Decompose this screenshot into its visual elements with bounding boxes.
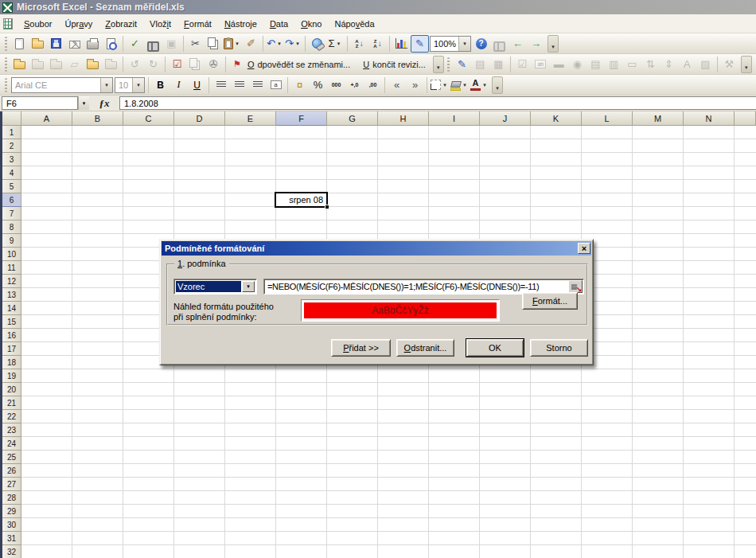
cell-J31[interactable] [480, 532, 531, 545]
cell-L29[interactable] [582, 505, 633, 518]
cell-B20[interactable] [72, 383, 123, 396]
cell-A22[interactable] [21, 410, 72, 423]
cell-B29[interactable] [72, 505, 123, 518]
cell-E25[interactable] [225, 451, 276, 464]
cell-N30[interactable] [684, 518, 735, 532]
cell-G21[interactable] [327, 396, 378, 410]
italic-button[interactable]: I [170, 76, 188, 94]
row-header-25[interactable]: 25 [2, 451, 21, 464]
cell-A14[interactable] [21, 302, 72, 315]
cell-partial-22[interactable] [735, 410, 756, 423]
column-header-A[interactable]: A [21, 111, 72, 126]
cell-K2[interactable] [531, 139, 582, 153]
cell-F2[interactable] [276, 139, 327, 153]
cell-L25[interactable] [582, 451, 633, 464]
cell-H31[interactable] [378, 532, 429, 545]
cell-M3[interactable] [633, 153, 684, 166]
column-header-L[interactable]: L [582, 111, 633, 126]
cell-I32[interactable] [429, 545, 480, 558]
cell-B7[interactable] [72, 207, 123, 220]
cell-F4[interactable] [276, 166, 327, 180]
cell-partial-23[interactable] [735, 423, 756, 437]
cell-F29[interactable] [276, 505, 327, 518]
cell-C30[interactable] [123, 518, 174, 532]
cell-C25[interactable] [123, 451, 174, 464]
cell-B22[interactable] [72, 410, 123, 423]
cell-I3[interactable] [429, 153, 480, 166]
cell-partial-8[interactable] [735, 220, 756, 234]
cell-G31[interactable] [327, 532, 378, 545]
command-button-control-button[interactable]: ▬ [550, 56, 568, 73]
sort-ascending-button[interactable]: AZ↓ [350, 35, 368, 53]
cell-D21[interactable] [174, 396, 225, 410]
cell-E8[interactable] [225, 220, 276, 234]
condition-type-dropdown-arrow[interactable]: ▾ [242, 281, 255, 292]
cell-partial-10[interactable] [735, 248, 756, 261]
cell-C27[interactable] [123, 478, 174, 491]
cell-H21[interactable] [378, 396, 429, 410]
cell-J7[interactable] [480, 207, 531, 220]
cell-E4[interactable] [225, 166, 276, 180]
menu-upravy[interactable]: Úpravy [58, 16, 99, 32]
edit-comment-button[interactable]: ▱ [65, 56, 84, 73]
cell-H2[interactable] [378, 139, 429, 153]
cell-N32[interactable] [684, 545, 735, 558]
cell-N25[interactable] [684, 451, 735, 464]
previous-change-button[interactable]: ↺ [126, 56, 144, 73]
cell-D25[interactable] [174, 451, 225, 464]
menu-data[interactable]: Data [263, 16, 294, 32]
cell-L27[interactable] [582, 478, 633, 491]
cell-E1[interactable] [225, 126, 276, 139]
cell-K28[interactable] [531, 491, 582, 505]
cell-F25[interactable] [276, 451, 327, 464]
new-review-button[interactable] [10, 56, 29, 73]
cell-M9[interactable] [633, 234, 684, 248]
cell-N6[interactable] [684, 193, 735, 207]
label-control-button[interactable]: A [678, 56, 696, 73]
cell-J1[interactable] [480, 126, 531, 139]
cell-K20[interactable] [531, 383, 582, 396]
cell-N2[interactable] [684, 139, 735, 153]
cell-L5[interactable] [582, 180, 633, 193]
cell-C4[interactable] [123, 166, 174, 180]
cell-partial-26[interactable] [735, 464, 756, 478]
cell-C21[interactable] [123, 396, 174, 410]
cell-B15[interactable] [72, 315, 123, 329]
redo-dropdown-arrow[interactable]: ▾ [294, 41, 302, 47]
cell-H24[interactable] [378, 437, 429, 451]
cell-M15[interactable] [633, 315, 684, 329]
cell-partial-21[interactable] [735, 396, 756, 410]
row-header-1[interactable]: 1 [2, 126, 21, 139]
next-change-button[interactable]: ↻ [144, 56, 162, 73]
row-header-18[interactable]: 18 [2, 356, 21, 369]
cell-M2[interactable] [633, 139, 684, 153]
cell-L26[interactable] [582, 464, 633, 478]
cell-C5[interactable] [123, 180, 174, 193]
cell-partial-29[interactable] [735, 505, 756, 518]
cell-M18[interactable] [633, 356, 684, 369]
cell-N22[interactable] [684, 410, 735, 423]
cell-N11[interactable] [684, 261, 735, 275]
cell-B2[interactable] [72, 139, 123, 153]
cell-A12[interactable] [21, 275, 72, 288]
cell-K4[interactable] [531, 166, 582, 180]
cell-F7[interactable] [276, 207, 327, 220]
cell-D2[interactable] [174, 139, 225, 153]
cell-G3[interactable] [327, 153, 378, 166]
cell-H28[interactable] [378, 491, 429, 505]
accept-changes-button[interactable]: ☑ [168, 56, 186, 73]
cell-partial-32[interactable] [735, 545, 756, 558]
cell-N26[interactable] [684, 464, 735, 478]
cell-D24[interactable] [174, 437, 225, 451]
cell-D22[interactable] [174, 410, 225, 423]
cancel-button[interactable]: Storno [530, 339, 588, 357]
cell-A28[interactable] [21, 491, 72, 505]
save-button[interactable] [47, 35, 65, 53]
cell-A27[interactable] [21, 478, 72, 491]
cell-J6[interactable] [480, 193, 531, 207]
fill-color-button[interactable]: ▾ [450, 76, 470, 94]
zoom-dropdown-arrow[interactable]: ▾ [458, 37, 470, 51]
cell-F23[interactable] [276, 423, 327, 437]
cell-A6[interactable] [21, 193, 72, 207]
cell-B8[interactable] [72, 220, 123, 234]
